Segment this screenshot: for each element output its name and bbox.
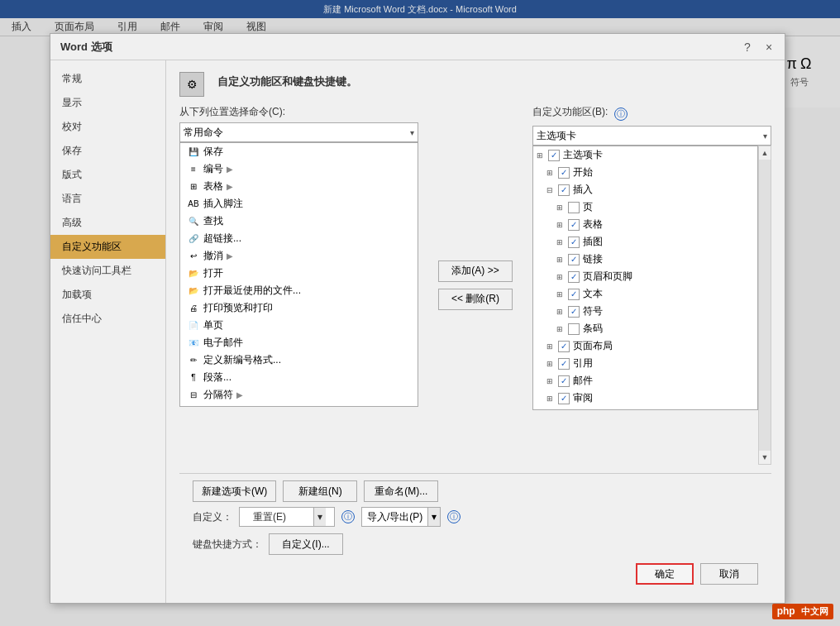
mail-checkbox[interactable]	[558, 375, 570, 387]
right-label-info-icon[interactable]: ⓘ	[614, 108, 628, 121]
cmd-open[interactable]: 📂 打开	[180, 265, 418, 282]
ribbon-dropdown[interactable]: 主选项卡 ▾	[532, 126, 771, 146]
page-expand-icon[interactable]: ⊞	[556, 203, 566, 212]
tree-mailings[interactable]: ⊞ 邮件	[533, 372, 757, 389]
links-expand-icon[interactable]: ⊞	[556, 256, 566, 264]
ok-button[interactable]: 确定	[636, 563, 694, 585]
illust-checkbox[interactable]	[568, 237, 580, 248]
insert-checkbox[interactable]	[558, 184, 570, 196]
cmd-footnote[interactable]: AB 插入脚注	[180, 195, 418, 213]
cmd-single-page[interactable]: 📄 单页	[180, 317, 418, 334]
new-tab-button[interactable]: 新建选项卡(W)	[193, 480, 276, 502]
insert-expand-icon[interactable]: ⊟	[546, 186, 556, 194]
tree-insert[interactable]: ⊟ 插入	[533, 181, 757, 198]
hf-expand-icon[interactable]: ⊞	[556, 273, 566, 281]
reset-arrow[interactable]: ▾	[314, 508, 326, 526]
cmd-find[interactable]: 🔍 查找	[180, 213, 418, 230]
main-checkbox[interactable]	[548, 150, 560, 161]
links-checkbox[interactable]	[568, 254, 580, 265]
import-export-dropdown[interactable]: 导入/导出(P) ▾	[361, 507, 441, 527]
new-group-button[interactable]: 新建组(N)	[283, 480, 357, 502]
rename-button[interactable]: 重命名(M)...	[364, 480, 438, 502]
import-export-info-icon[interactable]: ⓘ	[447, 510, 461, 523]
scroll-down-button[interactable]: ▼	[759, 451, 771, 464]
sidebar-item-addins[interactable]: 加载项	[50, 283, 165, 307]
commands-dropdown[interactable]: 常用命令 ▾	[179, 122, 418, 142]
tree-references[interactable]: ⊞ 引用	[533, 355, 757, 372]
start-checkbox[interactable]	[558, 167, 570, 179]
text-expand-icon[interactable]: ⊞	[556, 290, 566, 299]
layout-expand-icon[interactable]: ⊞	[546, 342, 556, 351]
cmd-separator[interactable]: ⊟ 分隔符 ▶	[180, 386, 418, 404]
cancel-button[interactable]: 取消	[700, 563, 758, 585]
cmd-paragraph[interactable]: ¶ 段落...	[180, 369, 418, 386]
tree-review[interactable]: ⊞ 审阅	[533, 389, 757, 407]
layout-checkbox[interactable]	[558, 341, 570, 352]
tree-page[interactable]: ⊞ 页	[533, 198, 757, 216]
cmd-hyperlink[interactable]: 🔗 超链接...	[180, 230, 418, 247]
tree-barcode[interactable]: ⊞ 条码	[533, 320, 757, 337]
cmd-email[interactable]: 📧 电子邮件	[180, 334, 418, 351]
main-expand-icon[interactable]: ⊞	[537, 151, 546, 160]
scroll-up-button[interactable]: ▲	[759, 146, 771, 160]
tree-start[interactable]: ⊞ 开始	[533, 164, 757, 181]
cmd-save[interactable]: 💾 保存	[180, 143, 418, 160]
cmd-numbering[interactable]: ≡ 编号 ▶	[180, 160, 418, 178]
cmd-undo[interactable]: ↩ 撤消 ▶	[180, 247, 418, 265]
commands-listbox[interactable]: 💾 保存 ≡ 编号 ▶ ⊞ 表格 ▶	[179, 142, 418, 407]
sidebar-item-quick-access[interactable]: 快速访问工具栏	[50, 259, 165, 283]
sidebar-item-language[interactable]: 语言	[50, 187, 165, 211]
import-export-arrow[interactable]: ▾	[428, 508, 440, 526]
tree-symbols[interactable]: ⊞ 符号	[533, 303, 757, 320]
tree-page-layout[interactable]: ⊞ 页面布局	[533, 337, 757, 355]
cn-text: 中文网	[801, 606, 828, 616]
sidebar-item-proofing[interactable]: 校对	[50, 115, 165, 139]
mail-expand-icon[interactable]: ⊞	[546, 377, 556, 385]
sidebar-item-advanced[interactable]: 高级	[50, 211, 165, 235]
customize-shortcut-button[interactable]: 自定义(I)...	[269, 533, 343, 555]
tree-text[interactable]: ⊞ 文本	[533, 285, 757, 303]
illust-expand-icon[interactable]: ⊞	[556, 238, 566, 246]
hf-checkbox[interactable]	[568, 271, 580, 283]
page-checkbox[interactable]	[568, 202, 580, 213]
review-checkbox[interactable]	[558, 393, 570, 404]
reset-info-icon[interactable]: ⓘ	[341, 510, 355, 523]
text-checkbox[interactable]	[568, 289, 580, 300]
tables-checkbox[interactable]	[568, 219, 580, 231]
barcode-checkbox[interactable]	[568, 323, 580, 335]
symbols-checkbox[interactable]	[568, 306, 580, 318]
tables-expand-icon[interactable]: ⊞	[556, 221, 566, 229]
ref-checkbox[interactable]	[558, 358, 570, 370]
barcode-expand-icon[interactable]: ⊞	[556, 325, 566, 333]
remove-button[interactable]: << 删除(R)	[438, 289, 513, 310]
sidebar-item-layout[interactable]: 版式	[50, 163, 165, 187]
review-expand-icon[interactable]: ⊞	[546, 394, 556, 403]
tree-illustrations[interactable]: ⊞ 插图	[533, 233, 757, 251]
dialog-close-button[interactable]: ×	[760, 38, 778, 56]
tree-view[interactable]: ⊞ 视图	[533, 407, 757, 410]
dialog-main-content: ⚙ 自定义功能区和键盘快捷键。 从下列位置选择命令(C): 常用命令 ▾ 💾 保…	[166, 60, 785, 603]
symbols-expand-icon[interactable]: ⊞	[556, 308, 566, 316]
sidebar-item-save[interactable]: 保存	[50, 139, 165, 163]
dialog-help-button[interactable]: ?	[738, 38, 756, 56]
add-button[interactable]: 添加(A) >>	[438, 260, 513, 282]
start-expand-icon[interactable]: ⊞	[546, 169, 556, 177]
cmd-table[interactable]: ⊞ 表格 ▶	[180, 178, 418, 195]
sidebar-item-customize[interactable]: 自定义功能区	[50, 235, 165, 259]
tree-tables[interactable]: ⊞ 表格	[533, 216, 757, 233]
cmd-print-preview[interactable]: 🖨 打印预览和打印	[180, 299, 418, 317]
tree-header-footer[interactable]: ⊞ 页眉和页脚	[533, 268, 757, 285]
reset-dropdown[interactable]: 重置(E) ▾	[239, 507, 335, 527]
tree-main-tab[interactable]: ⊞ 主选项卡	[533, 146, 757, 164]
cmd-copy[interactable]: 📋 复制	[180, 404, 418, 407]
sidebar-item-trust[interactable]: 信任中心	[50, 307, 165, 331]
cmd-open-recent[interactable]: 📂 打开最近使用的文件...	[180, 282, 418, 299]
keyboard-shortcut-label: 键盘快捷方式：	[193, 538, 262, 552]
sidebar-item-general[interactable]: 常规	[50, 67, 165, 91]
view-checkbox[interactable]	[558, 410, 570, 411]
ref-expand-icon[interactable]: ⊞	[546, 360, 556, 368]
tree-links[interactable]: ⊞ 链接	[533, 251, 757, 268]
sidebar-item-display[interactable]: 显示	[50, 91, 165, 115]
cmd-define-numbering[interactable]: ✏ 定义新编号格式...	[180, 351, 418, 369]
ribbon-tree[interactable]: ⊞ 主选项卡 ⊞ 开始 ⊟	[532, 146, 758, 410]
